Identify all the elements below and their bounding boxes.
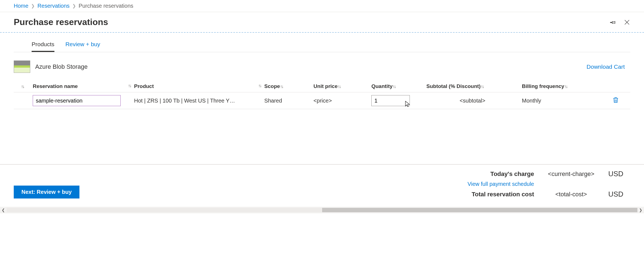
sort-icon: ↑↓ — [564, 84, 567, 89]
total-cost-value: <total-cost> — [540, 191, 603, 198]
page-header: Purchase reservations — [0, 12, 644, 33]
sort-icon: ↑↓ — [280, 84, 283, 89]
col-label: Scope — [264, 83, 280, 89]
cell-subtotal: <subtotal> — [425, 92, 520, 109]
trash-icon[interactable] — [612, 99, 619, 105]
sort-icon: ↑↓ — [393, 84, 395, 89]
sort-icon: ↑↓ — [258, 83, 261, 88]
horizontal-scrollbar[interactable]: ❮ ❯ — [0, 207, 644, 213]
col-quantity[interactable]: Quantity↑↓ — [370, 81, 425, 92]
product-name: Azure Blob Storage — [35, 63, 88, 70]
col-billing[interactable]: Billing frequency↑↓ — [520, 81, 601, 92]
col-label: Unit price — [314, 83, 338, 89]
breadcrumb-current: Purchase reservations — [79, 3, 133, 9]
col-product[interactable]: Product ↑↓ — [132, 81, 263, 92]
reservation-table: ↑↓ Reservation name ↑↓ Product ↑↓ Scope↑… — [0, 76, 644, 109]
chevron-right-icon: ❯ — [31, 3, 35, 9]
col-scope[interactable]: Scope↑↓ — [263, 81, 312, 92]
breadcrumb-home[interactable]: Home — [14, 3, 28, 9]
scroll-right-icon[interactable]: ❯ — [637, 208, 644, 212]
table-header-row: ↑↓ Reservation name ↑↓ Product ↑↓ Scope↑… — [14, 81, 630, 92]
breadcrumb: Home ❯ Reservations ❯ Purchase reservati… — [0, 0, 644, 12]
product-bar: Azure Blob Storage Download Cart — [0, 52, 644, 76]
sort-handle[interactable]: ↑↓ — [14, 81, 31, 92]
table-row: Hot | ZRS | 100 Tb | West US | Three Y… … — [14, 92, 630, 109]
quantity-input[interactable] — [371, 95, 410, 106]
reservation-name-input[interactable] — [33, 95, 121, 106]
total-cost-label: Total reservation cost — [452, 191, 534, 198]
footer: Next: Review + buy Today's charge <curre… — [0, 164, 644, 207]
page-title: Purchase reservations — [14, 17, 108, 27]
scroll-left-icon[interactable]: ❮ — [0, 208, 7, 212]
view-payment-schedule-link[interactable]: View full payment schedule — [452, 181, 534, 187]
scroll-thumb[interactable] — [322, 208, 638, 212]
sort-icon: ↑↓ — [481, 84, 483, 89]
cell-scope: Shared — [263, 92, 312, 109]
sort-icon: ↑↓ — [338, 84, 340, 89]
close-icon[interactable] — [624, 19, 630, 26]
scroll-track[interactable] — [7, 208, 637, 212]
cell-billing: Monthly — [520, 92, 601, 109]
col-unit-price[interactable]: Unit price↑↓ — [312, 81, 370, 92]
chevron-right-icon: ❯ — [72, 3, 76, 9]
today-charge-value: <current-charge> — [540, 170, 603, 178]
blob-storage-icon — [14, 60, 30, 73]
today-charge-label: Today's charge — [452, 170, 534, 178]
currency: USD — [608, 190, 630, 198]
tab-products[interactable]: Products — [32, 41, 54, 52]
cell-unit-price: <price> — [312, 92, 370, 109]
currency: USD — [608, 170, 630, 178]
header-actions — [609, 19, 630, 26]
cell-product: Hot | ZRS | 100 Tb | West US | Three Y… — [132, 92, 263, 109]
tabs: Products Review + buy — [14, 33, 630, 52]
col-label: Quantity — [371, 83, 393, 89]
col-reservation-name[interactable]: Reservation name ↑↓ — [31, 81, 132, 92]
pin-icon[interactable] — [609, 19, 616, 26]
col-label: Subtotal (% Discount) — [426, 83, 480, 89]
download-cart-link[interactable]: Download Cart — [587, 64, 625, 70]
col-label: Billing frequency — [522, 83, 564, 89]
col-subtotal[interactable]: Subtotal (% Discount)↑↓ — [425, 81, 520, 92]
next-review-buy-button[interactable]: Next: Review + buy — [14, 186, 79, 198]
col-label: Product — [134, 83, 154, 89]
sort-icon: ↑↓ — [128, 83, 131, 88]
totals: Today's charge <current-charge> USD View… — [452, 170, 630, 198]
breadcrumb-reservations[interactable]: Reservations — [37, 3, 70, 9]
tab-review-buy[interactable]: Review + buy — [65, 41, 100, 52]
col-label: Reservation name — [33, 83, 78, 89]
